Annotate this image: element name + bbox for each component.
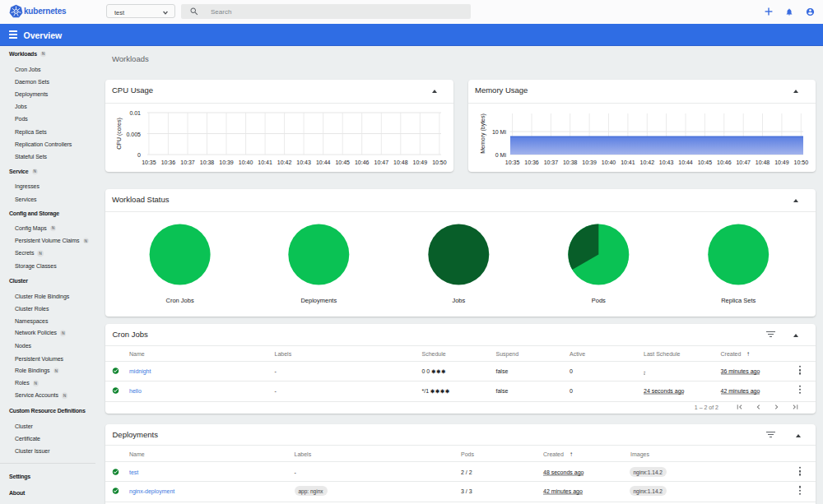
svg-text:10:35: 10:35 bbox=[142, 160, 156, 165]
svg-text:10:50: 10:50 bbox=[794, 160, 809, 165]
svg-text:10:41: 10:41 bbox=[258, 160, 272, 165]
svg-text:10:49: 10:49 bbox=[413, 160, 428, 165]
svg-text:10:39: 10:39 bbox=[219, 160, 234, 165]
svg-text:10:48: 10:48 bbox=[756, 160, 770, 165]
svg-text:10:36: 10:36 bbox=[524, 160, 539, 165]
svg-text:Cron Jobs: Cron Jobs bbox=[166, 297, 194, 304]
svg-text:10:35: 10:35 bbox=[505, 160, 520, 165]
svg-text:10:40: 10:40 bbox=[602, 160, 616, 165]
svg-text:10:47: 10:47 bbox=[374, 160, 389, 165]
svg-text:Pods: Pods bbox=[592, 297, 606, 304]
svg-text:Memory (bytes): Memory (bytes) bbox=[480, 113, 486, 154]
svg-text:10:46: 10:46 bbox=[355, 160, 370, 165]
svg-text:CPU (cores): CPU (cores) bbox=[116, 118, 123, 150]
svg-text:10:37: 10:37 bbox=[544, 160, 559, 165]
svg-text:0 Mi: 0 Mi bbox=[495, 152, 507, 158]
svg-text:10:50: 10:50 bbox=[432, 160, 447, 165]
svg-text:10:40: 10:40 bbox=[239, 160, 253, 165]
svg-text:0: 0 bbox=[137, 152, 141, 158]
svg-text:10:37: 10:37 bbox=[180, 160, 195, 165]
svg-text:10:41: 10:41 bbox=[621, 160, 635, 165]
svg-text:10:38: 10:38 bbox=[200, 160, 215, 165]
svg-text:Replica Sets: Replica Sets bbox=[721, 297, 756, 304]
svg-text:Deployments: Deployments bbox=[300, 297, 337, 304]
svg-text:10:38: 10:38 bbox=[563, 160, 578, 165]
svg-text:10:44: 10:44 bbox=[316, 160, 331, 165]
svg-text:10:43: 10:43 bbox=[659, 160, 674, 165]
svg-text:10:47: 10:47 bbox=[736, 160, 751, 165]
svg-text:10:45: 10:45 bbox=[335, 160, 350, 165]
svg-text:Jobs: Jobs bbox=[452, 297, 465, 304]
svg-text:0.005: 0.005 bbox=[126, 132, 141, 137]
svg-text:10:44: 10:44 bbox=[678, 160, 693, 165]
svg-text:10 Mi: 10 Mi bbox=[492, 129, 507, 135]
svg-text:0.01: 0.01 bbox=[129, 110, 141, 116]
svg-text:10:42: 10:42 bbox=[640, 160, 655, 165]
svg-text:10:48: 10:48 bbox=[393, 160, 408, 165]
svg-text:10:49: 10:49 bbox=[774, 160, 789, 165]
svg-text:10:46: 10:46 bbox=[717, 160, 732, 165]
svg-text:10:45: 10:45 bbox=[698, 160, 713, 165]
svg-text:10:42: 10:42 bbox=[277, 160, 292, 165]
svg-text:10:43: 10:43 bbox=[296, 160, 311, 165]
svg-text:10:36: 10:36 bbox=[161, 160, 176, 165]
svg-text:10:39: 10:39 bbox=[582, 160, 597, 165]
